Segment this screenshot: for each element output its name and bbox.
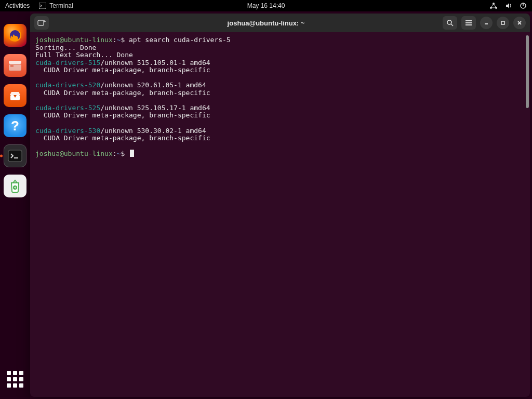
terminal-window: joshua@ubuntu-linux: ~ joshua@u <box>30 14 530 397</box>
search-button[interactable] <box>443 16 457 30</box>
hamburger-icon <box>465 20 472 26</box>
trash-icon <box>8 179 22 193</box>
svg-rect-14 <box>38 20 44 25</box>
clock[interactable]: May 16 14:40 <box>247 2 285 9</box>
software-icon <box>7 88 23 103</box>
top-bar: Activities Terminal May 16 14:40 <box>0 0 532 11</box>
dock-item-help[interactable]: ? <box>4 114 26 137</box>
help-icon: ? <box>11 118 19 134</box>
terminal-line: CUDA Driver meta-package, branch-specifi… <box>35 66 525 74</box>
window-title: joshua@ubuntu-linux: ~ <box>228 19 305 27</box>
cursor <box>130 150 134 157</box>
volume-icon[interactable] <box>505 2 512 9</box>
dock-item-firefox[interactable] <box>4 24 26 47</box>
new-tab-icon <box>37 19 46 26</box>
svg-rect-7 <box>9 61 21 64</box>
terminal-mini-icon <box>39 3 46 9</box>
svg-line-18 <box>451 24 453 26</box>
active-app-label: Terminal <box>49 2 73 9</box>
terminal-prompt-line: joshua@ubuntu-linux:~$ <box>35 150 525 158</box>
scrollbar-thumb[interactable] <box>526 35 529 108</box>
terminal-line <box>35 119 525 127</box>
dock-item-trash[interactable] <box>4 175 26 197</box>
terminal-line: joshua@ubuntu-linux:~$ apt search cuda-d… <box>35 36 525 44</box>
network-icon[interactable] <box>489 2 498 9</box>
terminal-line: cuda-drivers-530/unknown 530.30.02-1 amd… <box>35 127 525 135</box>
maximize-button[interactable] <box>497 17 509 29</box>
close-button[interactable] <box>513 17 526 29</box>
menu-button[interactable] <box>461 16 476 30</box>
terminal-viewport[interactable]: joshua@ubuntu-linux:~$ apt search cuda-d… <box>30 32 530 397</box>
maximize-icon <box>500 20 506 26</box>
terminal-line: Full Text Search... Done <box>35 51 525 59</box>
close-icon <box>516 20 523 26</box>
dock-item-software[interactable] <box>4 84 26 107</box>
search-icon <box>446 19 454 26</box>
dock-item-terminal[interactable] <box>4 144 26 167</box>
dock-item-show-apps[interactable] <box>4 368 26 391</box>
window-titlebar[interactable]: joshua@ubuntu-linux: ~ <box>30 14 530 32</box>
svg-rect-0 <box>39 3 46 9</box>
terminal-line: cuda-drivers-515/unknown 515.105.01-1 am… <box>35 59 525 67</box>
terminal-line <box>35 97 525 104</box>
terminal-line: Sorting... Done <box>35 44 525 52</box>
firefox-icon <box>7 28 23 43</box>
terminal-line <box>35 74 525 82</box>
svg-rect-23 <box>501 21 504 24</box>
active-app-indicator[interactable]: Terminal <box>39 2 73 9</box>
svg-rect-11 <box>8 150 22 162</box>
terminal-line: CUDA Driver meta-package, branch-specifi… <box>35 89 525 97</box>
svg-rect-8 <box>9 64 21 71</box>
minimize-button[interactable] <box>480 17 493 29</box>
dock: ? <box>0 11 30 399</box>
terminal-line: cuda-drivers-520/unknown 520.61.05-1 amd… <box>35 82 525 89</box>
svg-point-17 <box>447 20 451 24</box>
dock-item-files[interactable] <box>4 54 26 77</box>
files-icon <box>7 59 23 72</box>
minimize-icon <box>483 20 489 26</box>
svg-rect-9 <box>10 65 14 66</box>
terminal-line: CUDA Driver meta-package, branch-specifi… <box>35 112 525 119</box>
terminal-line <box>35 142 525 150</box>
terminal-line: cuda-drivers-525/unknown 525.105.17-1 am… <box>35 104 525 112</box>
terminal-line: CUDA Driver meta-package, branch-specifi… <box>35 135 525 142</box>
activities-button[interactable]: Activities <box>5 2 30 9</box>
terminal-icon <box>8 150 22 162</box>
new-tab-button[interactable] <box>34 16 49 30</box>
power-icon[interactable] <box>520 2 527 9</box>
